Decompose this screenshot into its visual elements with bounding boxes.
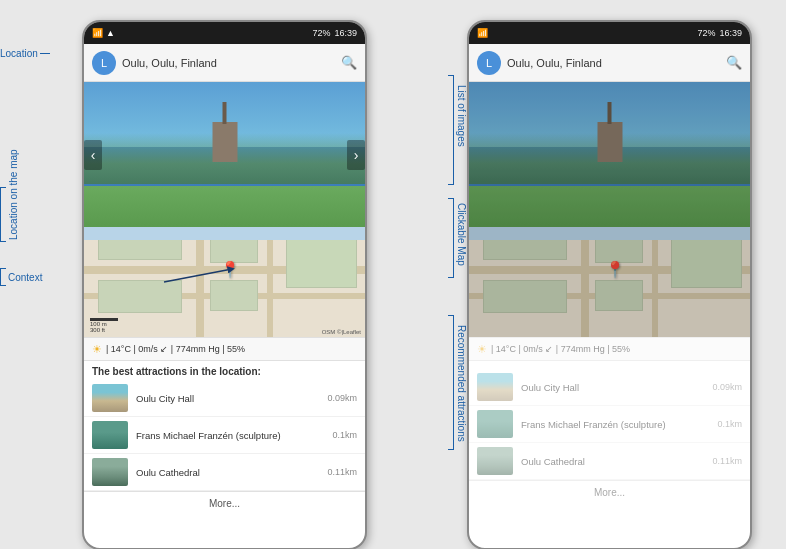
- context-bar: ☀ | 14°C | 0m/s ↙ | 774mm Hg | 55%: [84, 337, 365, 361]
- weather-icon: ☀: [92, 343, 102, 356]
- attraction-thumb-3: [92, 458, 128, 486]
- location-label: Location: [0, 48, 38, 59]
- attraction-item-right-1: Oulu City Hall 0.09km: [469, 369, 750, 406]
- location-avatar-right: L: [477, 51, 501, 75]
- attraction-item-right-3: Oulu Cathedral 0.11km: [469, 443, 750, 480]
- context-bar-right: ☀ | 14°C | 0m/s ↙ | 774mm Hg | 55%: [469, 337, 750, 361]
- attraction-name-right-2: Frans Michael Franzén (sculpture): [521, 419, 709, 430]
- attraction-dist-right-1: 0.09km: [712, 382, 742, 392]
- more-button-right: More...: [469, 480, 750, 504]
- map-credit: OSM ©|Leaflet: [322, 329, 361, 335]
- wifi-icon: ▲: [106, 28, 115, 38]
- list-of-images-label: List of images: [456, 85, 467, 175]
- signal-icon-right: 📶: [477, 28, 488, 38]
- context-label: Context: [8, 272, 42, 283]
- search-icon-right[interactable]: 🔍: [726, 55, 742, 70]
- image-gallery: ‹ ›: [84, 82, 365, 227]
- gallery-next-button[interactable]: ›: [347, 140, 365, 170]
- attraction-thumb-1: [92, 384, 128, 412]
- clock: 16:39: [334, 28, 357, 38]
- weather-icon-right: ☀: [477, 343, 487, 356]
- attraction-item-1[interactable]: Oulu City Hall 0.09km: [84, 380, 365, 417]
- attraction-dist-1: 0.09km: [327, 393, 357, 403]
- attraction-name-3: Oulu Cathedral: [136, 467, 319, 478]
- attraction-item-2[interactable]: Frans Michael Franzén (sculpture) 0.1km: [84, 417, 365, 454]
- attraction-dist-3: 0.11km: [327, 467, 357, 477]
- phone-frame-left: 📶 ▲ 72% 16:39 L Oulu, Oulu, Finland 🔍: [82, 20, 367, 549]
- image-gallery-right: [469, 82, 750, 227]
- attractions-header: The best attractions in the location:: [84, 361, 365, 380]
- map-area-right: 📍 Oulu Cathedral Show Information Show o…: [469, 227, 750, 337]
- map-pin: 📍: [220, 260, 240, 279]
- attraction-item-3[interactable]: Oulu Cathedral 0.11km: [84, 454, 365, 491]
- attraction-thumb-2: [92, 421, 128, 449]
- more-button[interactable]: More...: [84, 491, 365, 515]
- weather-info-right: | 14°C | 0m/s ↙ | 774mm Hg | 55%: [491, 344, 630, 354]
- attraction-dist-right-3: 0.11km: [712, 456, 742, 466]
- attraction-thumb-right-1: [477, 373, 513, 401]
- attraction-item-right-2: Frans Michael Franzén (sculpture) 0.1km: [469, 406, 750, 443]
- clock-right: 16:39: [719, 28, 742, 38]
- top-bar-right: L Oulu, Oulu, Finland 🔍: [469, 44, 750, 82]
- attraction-name-right-3: Oulu Cathedral: [521, 456, 704, 467]
- phone-frame-right: 📶 72% 16:39 L Oulu, Oulu, Finland 🔍: [467, 20, 752, 549]
- location-text-right: Oulu, Oulu, Finland: [507, 57, 720, 69]
- attractions-header-right: [469, 361, 750, 369]
- attraction-dist-right-2: 0.1km: [717, 419, 742, 429]
- status-bar-right: 📶 72% 16:39: [469, 22, 750, 44]
- attraction-thumb-right-2: [477, 410, 513, 438]
- attraction-name-right-1: Oulu City Hall: [521, 382, 704, 393]
- location-text: Oulu, Oulu, Finland: [122, 57, 335, 69]
- clickable-map-label: Clickable Map: [456, 203, 467, 273]
- battery-label-right: 72%: [697, 28, 715, 38]
- recommended-label: Recommended attractions: [456, 325, 467, 440]
- attraction-thumb-right-3: [477, 447, 513, 475]
- location-on-map-label: Location on the map: [8, 185, 19, 240]
- map-area[interactable]: 📍 100 m 300 ft: [84, 227, 365, 337]
- top-bar: L Oulu, Oulu, Finland 🔍: [84, 44, 365, 82]
- location-avatar: L: [92, 51, 116, 75]
- attraction-name-1: Oulu City Hall: [136, 393, 319, 404]
- signal-icon: 📶: [92, 28, 103, 38]
- attraction-dist-2: 0.1km: [332, 430, 357, 440]
- attraction-name-2: Frans Michael Franzén (sculpture): [136, 430, 324, 441]
- battery-label: 72%: [312, 28, 330, 38]
- search-icon[interactable]: 🔍: [341, 55, 357, 70]
- weather-info: | 14°C | 0m/s ↙ | 774mm Hg | 55%: [106, 344, 245, 354]
- status-bar: 📶 ▲ 72% 16:39: [84, 22, 365, 44]
- map-scale: 100 m 300 ft: [90, 318, 118, 333]
- gallery-prev-button[interactable]: ‹: [84, 140, 102, 170]
